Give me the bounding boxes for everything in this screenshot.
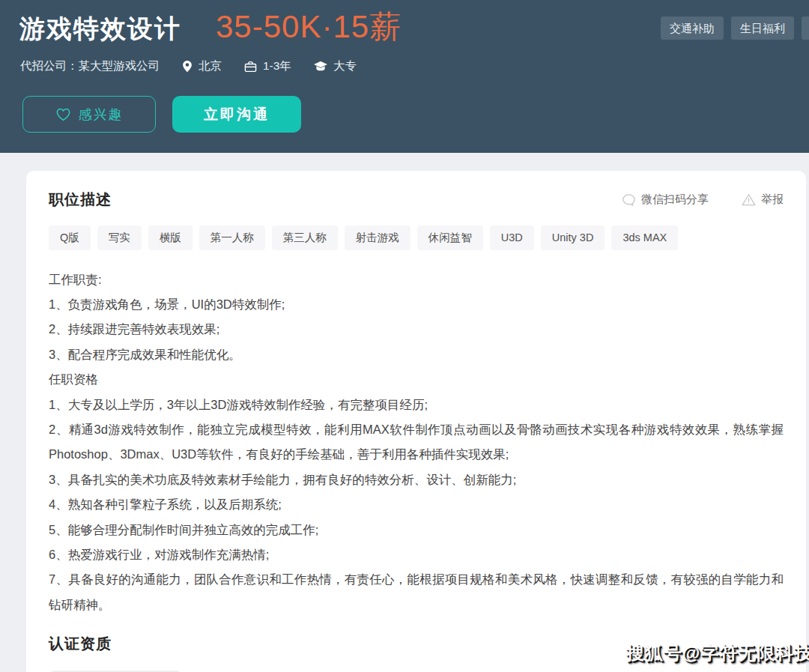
description-line: 1、大专及以上学历，3年以上3D游戏特效制作经验，有完整项目经历; — [49, 393, 784, 417]
job-tag: Q版 — [49, 225, 91, 250]
description-line: 工作职责: — [49, 267, 784, 292]
tag-list: Q版 写实 横版 第一人称 第三人称 射击游戏 休闲益智 U3D Unity 3… — [49, 225, 784, 250]
heart-icon — [55, 107, 71, 121]
description-line: 1、负责游戏角色，场景，UI的3D特效制作; — [49, 292, 784, 317]
experience-text: 1-3年 — [263, 58, 291, 74]
card-header-actions: 微信扫码分享 举报 — [622, 193, 784, 207]
report-label: 举报 — [761, 193, 784, 207]
job-meta-row: 代招公司：某大型游戏公司 北京 1-3年 大专 — [20, 58, 357, 74]
description-line: 3、具备扎实的美术功底及特效素材手绘能力，拥有良好的特效分析、设计、创新能力; — [49, 467, 784, 492]
agency-company-label: 代招公司：某大型游戏公司 — [20, 58, 160, 74]
graduation-cap-icon — [314, 61, 327, 72]
experience-meta: 1-3年 — [244, 58, 291, 74]
description-line: 7、具备良好的沟通能力，团队合作意识和工作热情，有责任心，能根据项目规格和美术风… — [49, 567, 784, 617]
education-meta: 大专 — [314, 58, 357, 74]
welfare-badges: 交通补助 生日福利 — [661, 16, 794, 40]
job-description-text: 工作职责: 1、负责游戏角色，场景，UI的3D特效制作; 2、持续跟进完善特效表… — [49, 267, 784, 618]
description-line: 2、精通3d游戏特效制作，能独立完成模型特效，能利用MAX软件制作顶点动画以及骨… — [49, 417, 784, 467]
location-text: 北京 — [199, 58, 222, 74]
wechat-share-label: 微信扫码分享 — [641, 193, 709, 207]
salary-text: 35-50K·15薪 — [216, 6, 402, 48]
job-tag: 第一人称 — [199, 225, 265, 250]
job-detail-page: 游戏特效设计 35-50K·15薪 交通补助 生日福利 代招公司：某大型游戏公司… — [0, 0, 809, 153]
welfare-badge: 生日福利 — [731, 16, 794, 40]
job-tag: Unity 3D — [541, 225, 605, 250]
description-line: 4、熟知各种引擎粒子系统，以及后期系统; — [49, 492, 784, 517]
description-line: 6、热爱游戏行业，对游戏制作充满热情; — [49, 542, 784, 567]
warning-triangle-icon — [742, 193, 756, 206]
welfare-badge-partial — [802, 16, 809, 40]
description-line: 2、持续跟进完善特效表现效果; — [49, 317, 784, 342]
job-tag: 休闲益智 — [417, 225, 483, 250]
job-title: 游戏特效设计 — [19, 10, 181, 46]
chat-bubble-icon — [622, 193, 636, 207]
description-line: 3、配合程序完成效果和性能优化。 — [49, 342, 784, 367]
job-tag: 第三人称 — [272, 225, 338, 250]
title-row: 游戏特效设计 35-50K·15薪 — [19, 6, 402, 48]
interested-button[interactable]: 感兴趣 — [22, 96, 156, 133]
welfare-badge: 交通补助 — [661, 16, 724, 40]
card-header: 职位描述 微信扫码分享 举报 — [49, 190, 784, 210]
job-tag: 射击游戏 — [345, 225, 410, 250]
description-line: 5、能够合理分配制作时间并独立高效的完成工作; — [49, 518, 784, 542]
chat-now-button[interactable]: 立即沟通 — [172, 96, 301, 133]
action-buttons: 感兴趣 立即沟通 — [22, 96, 301, 133]
job-tag: 写实 — [97, 225, 142, 250]
watermark: 搜狐号@字符无限科技 — [626, 641, 809, 665]
page-body: 职位描述 微信扫码分享 举报 — [0, 153, 809, 672]
description-line: 任职资格 — [49, 367, 784, 392]
briefcase-icon — [244, 61, 257, 73]
location-pin-icon — [182, 60, 193, 73]
job-header: 游戏特效设计 35-50K·15薪 交通补助 生日福利 代招公司：某大型游戏公司… — [0, 0, 809, 153]
job-description-card: 职位描述 微信扫码分享 举报 — [26, 171, 806, 672]
job-tag: 3ds MAX — [611, 225, 678, 250]
location-meta: 北京 — [182, 58, 222, 74]
report-link[interactable]: 举报 — [742, 193, 784, 207]
wechat-share-link[interactable]: 微信扫码分享 — [622, 193, 709, 207]
section-title-job-description: 职位描述 — [49, 190, 112, 210]
education-text: 大专 — [333, 58, 357, 74]
agency-company-text: 代招公司：某大型游戏公司 — [20, 58, 160, 74]
job-tag: U3D — [490, 225, 534, 250]
interested-button-label: 感兴趣 — [79, 106, 124, 124]
job-tag: 横版 — [148, 225, 193, 250]
